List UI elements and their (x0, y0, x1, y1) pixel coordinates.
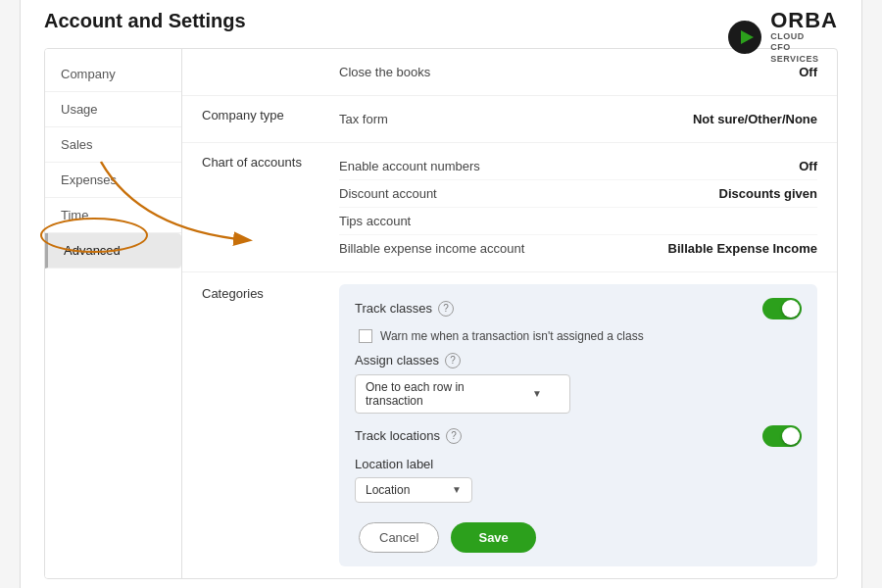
track-locations-label-group: Track locations ? (355, 428, 462, 444)
track-classes-label-group: Track classes ? (355, 301, 454, 317)
logo-brand-name: ORBA (770, 10, 838, 31)
chart-accounts-section-label: Chart of accounts (202, 153, 339, 170)
assign-classes-help-icon[interactable]: ? (445, 353, 461, 368)
sidebar: Company Usage Sales Expenses Time Advanc… (45, 49, 182, 578)
company-type-settings: Tax form Not sure/Other/None (339, 106, 817, 132)
track-locations-toggle[interactable] (762, 425, 802, 447)
track-classes-row: Track classes ? (355, 298, 802, 319)
sidebar-item-usage[interactable]: Usage (45, 92, 181, 127)
tips-account-setting: Tips account (339, 208, 817, 235)
company-type-row: Company type Tax form Not sure/Other/Non… (182, 96, 837, 143)
track-classes-help-icon[interactable]: ? (438, 301, 454, 317)
discount-account-value: Discounts given (719, 186, 817, 201)
discount-account-label: Discount account (339, 186, 437, 201)
close-books-value: Off (799, 65, 817, 79)
tips-account-label: Tips account (339, 214, 411, 228)
chart-accounts-row: Chart of accounts Enable account numbers… (182, 143, 837, 272)
main-layout: Company Usage Sales Expenses Time Advanc… (44, 48, 838, 579)
discount-account-setting: Discount account Discounts given (339, 180, 817, 208)
track-classes-text: Track classes (355, 301, 432, 316)
logo-text: ORBA CLOUD CFO SERVICES (770, 10, 838, 66)
tax-form-value: Not sure/Other/None (693, 112, 817, 126)
content-area: Close the books Off Company type Tax for… (182, 49, 837, 578)
location-dropdown[interactable]: Location ▼ (355, 477, 472, 503)
location-label-text: Location label (355, 457, 802, 471)
enable-account-numbers-setting: Enable account numbers Off (339, 153, 817, 180)
logo-subtitle1: CLOUD (770, 31, 838, 43)
sidebar-item-time[interactable]: Time (45, 198, 181, 233)
track-classes-toggle[interactable] (762, 298, 802, 319)
categories-section-label: Categories (202, 284, 339, 301)
page-title: Account and Settings (44, 10, 838, 32)
assign-classes-selected-value: One to each row in transaction (366, 380, 524, 408)
chart-accounts-settings: Enable account numbers Off Discount acco… (339, 153, 817, 262)
page-wrapper: Account and Settings ORBA CLOUD CFO SERV… (20, 0, 862, 588)
close-books-label: Close the books (339, 65, 430, 79)
warn-label-text: Warn me when a transaction isn't assigne… (380, 329, 644, 343)
track-locations-row: Track locations ? (355, 425, 802, 447)
billable-expense-setting: Billable expense income account Billable… (339, 235, 817, 262)
assign-classes-label-group: Assign classes ? (355, 353, 802, 368)
billable-expense-value: Billable Expense Income (668, 241, 817, 256)
warn-checkbox[interactable] (359, 329, 372, 343)
location-selected-value: Location (366, 483, 410, 497)
cancel-button[interactable]: Cancel (359, 522, 439, 553)
save-button[interactable]: Save (451, 522, 535, 553)
warn-row: Warn me when a transaction isn't assigne… (355, 329, 802, 343)
track-locations-help-icon[interactable]: ? (446, 428, 462, 444)
sidebar-item-company[interactable]: Company (45, 57, 181, 92)
assign-classes-dropdown-arrow: ▼ (532, 388, 542, 399)
billable-expense-label: Billable expense income account (339, 241, 524, 256)
location-label-row: Location label Location ▼ (355, 457, 802, 503)
track-locations-text: Track locations (355, 428, 440, 443)
sidebar-item-advanced[interactable]: Advanced (45, 233, 181, 269)
sidebar-item-sales[interactable]: Sales (45, 127, 181, 163)
location-dropdown-arrow: ▼ (452, 484, 462, 495)
categories-content-box: Track classes ? Warn me when a transacti… (339, 284, 817, 566)
tax-form-setting: Tax form Not sure/Other/None (339, 106, 817, 132)
assign-classes-dropdown[interactable]: One to each row in transaction ▼ (355, 374, 570, 414)
company-type-section-label: Company type (202, 106, 339, 122)
logo-subtitle2: CFO (770, 42, 838, 54)
enable-account-numbers-label: Enable account numbers (339, 159, 480, 173)
close-books-section (202, 59, 339, 61)
assign-classes-text: Assign classes (355, 353, 439, 368)
enable-account-numbers-value: Off (799, 159, 817, 173)
logo-area: ORBA CLOUD CFO SERVICES (727, 10, 838, 66)
assign-classes-row: Assign classes ? One to each row in tran… (355, 353, 802, 414)
tax-form-label: Tax form (339, 112, 388, 126)
orba-logo-icon (727, 20, 762, 55)
sidebar-item-expenses[interactable]: Expenses (45, 163, 181, 198)
logo-subtitle3: SERVICES (770, 54, 838, 66)
action-buttons: Cancel Save (355, 518, 802, 553)
categories-row: Categories Track classes ? Warn (182, 272, 837, 578)
